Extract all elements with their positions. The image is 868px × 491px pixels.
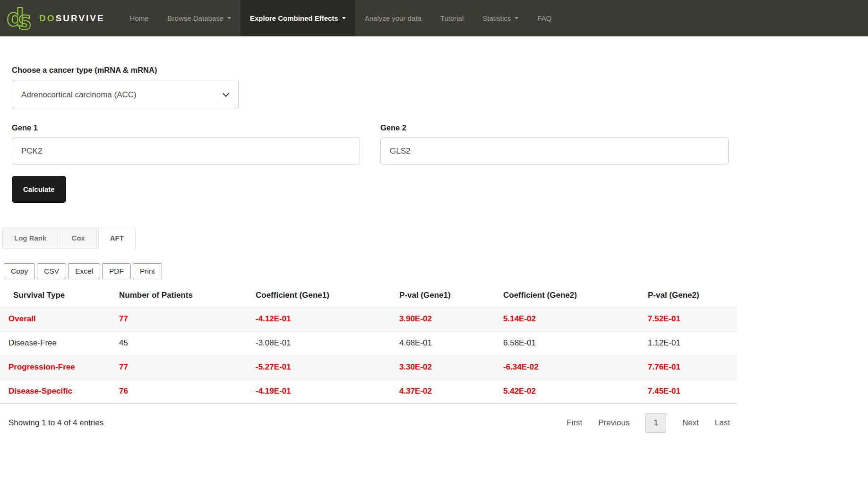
cell-pval-gene2: 1.12E-01 <box>639 331 737 355</box>
brand-name-do: DO <box>39 13 56 23</box>
brand-name: DOSURVIVE <box>39 13 105 24</box>
brand-name-survive: SURVIVE <box>56 13 105 23</box>
pagination: First Previous 1 Next Last <box>567 413 730 433</box>
cell-pval-gene1: 3.30E-02 <box>391 355 495 379</box>
cell-pval-gene2: 7.45E-01 <box>639 379 737 404</box>
nav-browse-database[interactable]: Browse Database <box>158 0 241 36</box>
tab-log-rank[interactable]: Log Rank <box>2 227 58 249</box>
nav-home[interactable]: Home <box>120 0 158 36</box>
caret-down-icon <box>227 17 231 19</box>
pagination-first[interactable]: First <box>567 418 582 428</box>
tab-aft[interactable]: AFT <box>98 227 136 249</box>
gene-inputs-row: Gene 1 Gene 2 <box>12 123 737 164</box>
nav-analyze-your-data-label: Analyze your data <box>365 14 421 22</box>
cell-number-of-patients: 77 <box>111 355 247 379</box>
nav-tutorial-label: Tutorial <box>440 14 464 22</box>
gene2-block: Gene 2 <box>380 123 729 164</box>
pagination-previous[interactable]: Previous <box>598 418 629 428</box>
nav-tutorial[interactable]: Tutorial <box>431 0 473 36</box>
cell-survival-type: Disease-Specific <box>0 379 111 404</box>
cell-pval-gene1: 3.90E-02 <box>391 307 495 331</box>
cell-survival-type: Progression-Free <box>0 355 111 379</box>
nav-statistics-label: Statistics <box>482 14 511 22</box>
col-header-number-of-patients[interactable]: Number of Patients <box>111 284 247 307</box>
cell-coefficient-gene2: 6.58E-01 <box>495 331 639 355</box>
cell-survival-type: Overall <box>0 307 111 331</box>
cell-survival-type: Disease-Free <box>0 331 111 355</box>
main-nav: Home Browse Database Explore Combined Ef… <box>120 0 561 36</box>
pagination-page-1[interactable]: 1 <box>645 413 666 433</box>
svg-text:S: S <box>18 12 32 32</box>
pagination-next[interactable]: Next <box>682 418 699 428</box>
caret-down-icon <box>342 17 346 19</box>
table-row-progression-free: Progression-Free 77 -5.27E-01 3.30E-02 -… <box>0 355 737 379</box>
cell-number-of-patients: 45 <box>111 331 247 355</box>
nav-faq[interactable]: FAQ <box>528 0 561 36</box>
nav-home-label: Home <box>130 14 149 22</box>
cell-coefficient-gene1: -3.08E-01 <box>247 331 391 355</box>
table-row-overall: Overall 77 -4.12E-01 3.90E-02 5.14E-02 7… <box>0 307 737 331</box>
table-footer: Showing 1 to 4 of 4 entries First Previo… <box>0 404 737 433</box>
excel-button[interactable]: Excel <box>68 263 100 279</box>
copy-button[interactable]: Copy <box>4 263 35 279</box>
results-table: Survival Type Number of Patients Coeffic… <box>0 284 737 404</box>
gene1-input[interactable] <box>12 138 360 164</box>
caret-down-icon <box>515 17 518 19</box>
cancer-type-select[interactable]: Adrenocortical carcinoma (ACC) <box>12 80 239 109</box>
nav-faq-label: FAQ <box>537 14 551 22</box>
print-button[interactable]: Print <box>133 263 162 279</box>
cell-coefficient-gene1: -4.19E-01 <box>247 379 391 404</box>
calculate-button[interactable]: Calculate <box>12 176 66 203</box>
col-header-survival-type[interactable]: Survival Type <box>0 284 111 307</box>
cell-coefficient-gene2: -6.34E-02 <box>495 355 639 379</box>
col-header-coefficient-gene2[interactable]: Coefficient (Gene2) <box>495 284 639 307</box>
gene1-block: Gene 1 <box>12 123 360 164</box>
cell-number-of-patients: 77 <box>111 307 247 331</box>
col-header-pval-gene2[interactable]: P-val (Gene2) <box>639 284 737 307</box>
table-row-disease-free: Disease-Free 45 -3.08E-01 4.68E-01 6.58E… <box>0 331 737 355</box>
gene2-input[interactable] <box>380 138 729 164</box>
cell-coefficient-gene2: 5.14E-02 <box>495 307 639 331</box>
cell-pval-gene2: 7.52E-01 <box>639 307 737 331</box>
dosurvive-logo-icon: d S <box>6 5 33 32</box>
cell-number-of-patients: 76 <box>111 379 247 404</box>
csv-button[interactable]: CSV <box>37 263 66 279</box>
table-header-row: Survival Type Number of Patients Coeffic… <box>0 284 737 307</box>
results-tabs: Log Rank Cox AFT <box>2 227 737 249</box>
col-header-coefficient-gene1[interactable]: Coefficient (Gene1) <box>247 284 391 307</box>
gene2-label: Gene 2 <box>380 123 729 132</box>
cell-pval-gene1: 4.68E-01 <box>391 331 495 355</box>
brand[interactable]: d S DOSURVIVE <box>0 0 105 36</box>
table-info: Showing 1 to 4 of 4 entries <box>9 418 103 428</box>
gene1-label: Gene 1 <box>12 123 360 132</box>
tab-cox[interactable]: Cox <box>60 227 96 249</box>
cell-coefficient-gene1: -4.12E-01 <box>247 307 391 331</box>
nav-explore-combined-effects-label: Explore Combined Effects <box>250 14 338 22</box>
cell-coefficient-gene1: -5.27E-01 <box>247 355 391 379</box>
pdf-button[interactable]: PDF <box>102 263 131 279</box>
nav-analyze-your-data[interactable]: Analyze your data <box>355 0 431 36</box>
cell-pval-gene1: 4.37E-02 <box>391 379 495 404</box>
pagination-last[interactable]: Last <box>715 418 730 428</box>
cancer-type-label: Choose a cancer type (mRNA & mRNA) <box>12 66 737 75</box>
export-buttons-row: Copy CSV Excel PDF Print <box>4 263 737 279</box>
main-content: Choose a cancer type (mRNA & mRNA) Adren… <box>0 36 737 433</box>
col-header-pval-gene1[interactable]: P-val (Gene1) <box>391 284 495 307</box>
cell-pval-gene2: 7.76E-01 <box>639 355 737 379</box>
nav-statistics[interactable]: Statistics <box>473 0 528 36</box>
cell-coefficient-gene2: 5.42E-02 <box>495 379 639 404</box>
table-row-disease-specific: Disease-Specific 76 -4.19E-01 4.37E-02 5… <box>0 379 737 404</box>
cancer-type-select-wrap: Adrenocortical carcinoma (ACC) <box>12 80 239 109</box>
nav-explore-combined-effects[interactable]: Explore Combined Effects <box>241 0 355 36</box>
nav-browse-database-label: Browse Database <box>168 14 223 22</box>
navbar: d S DOSURVIVE Home Browse Database Explo… <box>0 0 868 36</box>
